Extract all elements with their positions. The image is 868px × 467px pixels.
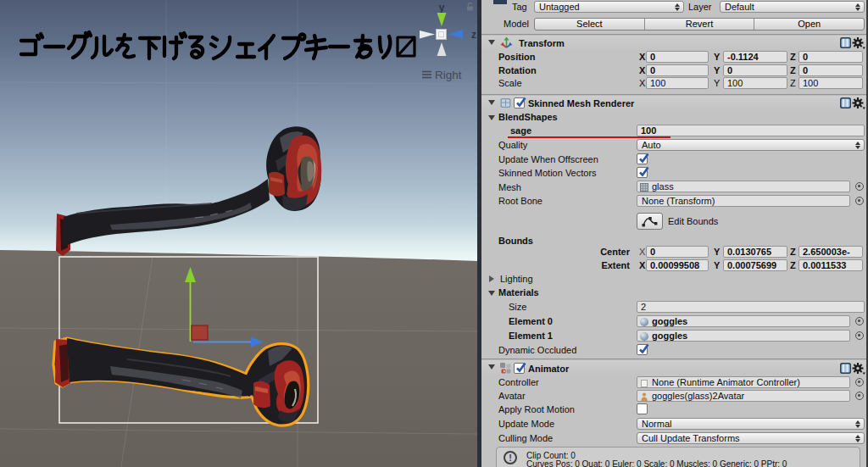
svg-text:y: y (439, 2, 445, 14)
svg-text:z: z (471, 29, 476, 41)
svg-text:Right: Right (435, 69, 462, 81)
